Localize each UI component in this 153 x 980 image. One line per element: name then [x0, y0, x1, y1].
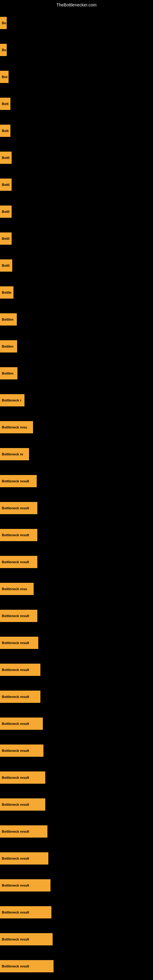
label-box: Bottle [0, 286, 13, 299]
list-item: Bot [0, 64, 153, 90]
label-box: Bottleneck result [0, 529, 37, 541]
list-item: Bottleneck result [0, 630, 153, 656]
label-box: Bottl [0, 232, 12, 245]
label-box: Bottleneck re [0, 448, 29, 460]
label-box: Bottleneck result [0, 825, 48, 838]
label-box: Bottleneck result [0, 637, 38, 649]
list-item: Bottleneck result [0, 899, 153, 926]
label-box: Bottlen [0, 367, 18, 379]
list-item: Bo [0, 37, 153, 63]
list-item: Bottleneck result [0, 872, 153, 899]
label-box: Bott [0, 125, 10, 137]
label-box: Bottleneck result [0, 799, 45, 811]
list-item: Bo [0, 10, 153, 36]
label-box: Bottlen [0, 313, 17, 326]
label-box: Bottleneck resu [0, 421, 33, 433]
list-item: Bottleneck result [0, 845, 153, 872]
list-item: Bottleneck re [0, 441, 153, 467]
site-title: TheBottlenecker.com [0, 0, 153, 10]
list-item: Bottleneck r [0, 387, 153, 414]
label-box: Bottleneck result [0, 852, 48, 865]
list-item: Bottleneck result [0, 818, 153, 845]
list-item: Bottleneck result [0, 468, 153, 494]
list-item: Bottleneck result [0, 711, 153, 737]
label-box: Bottlen [0, 340, 17, 353]
list-item: Bottleneck result [0, 495, 153, 521]
list-item: Bott [0, 118, 153, 144]
list-item: Bottleneck result [0, 522, 153, 548]
list-item: Bottl [0, 225, 153, 252]
label-box: Bottleneck result [0, 610, 37, 622]
list-item: Bottleneck result [0, 953, 153, 979]
list-item: Bottleneck result [0, 737, 153, 764]
label-box: Bottleneck resu [0, 583, 33, 595]
label-box: Bottleneck result [0, 745, 43, 757]
list-item: Bott [0, 91, 153, 117]
list-item: Bottlen [0, 360, 153, 387]
list-item: Bottleneck result [0, 603, 153, 629]
list-item: Bottle [0, 279, 153, 305]
label-box: Bottleneck result [0, 663, 40, 676]
list-item: Bottleneck result [0, 684, 153, 710]
list-item: Bottleneck result [0, 549, 153, 575]
label-box: Bottl [0, 151, 12, 164]
label-box: Bo [0, 44, 7, 56]
list-item: Bottleneck resu [0, 576, 153, 602]
label-box: Bottl [0, 205, 12, 218]
label-box: Bottleneck result [0, 960, 54, 972]
label-box: Bottleneck r [0, 394, 24, 406]
label-box: Bottl [0, 178, 12, 191]
list-item: Bottleneck result [0, 926, 153, 953]
list-item: Bottl [0, 199, 153, 225]
list-item: Bottl [0, 172, 153, 198]
label-box: Bottleneck result [0, 772, 45, 784]
list-item: Bottleneck resu [0, 414, 153, 441]
label-box: Bottleneck result [0, 690, 40, 703]
list-item: Bottleneck result [0, 657, 153, 683]
label-box: Bottleneck result [0, 879, 51, 891]
label-box: Bottleneck result [0, 556, 37, 568]
label-box: Bottleneck result [0, 933, 53, 945]
label-box: Bo [0, 17, 7, 29]
list-item: Bottlen [0, 333, 153, 360]
label-box: Bott [0, 98, 10, 110]
items-container: BoBoBotBottBottBottlBottlBottlBottlBottl… [0, 10, 153, 980]
list-item: Bottl [0, 252, 153, 279]
list-item: Bottleneck result [0, 764, 153, 791]
label-box: Bot [0, 71, 9, 83]
label-box: Bottleneck result [0, 475, 37, 487]
list-item: Bottlen [0, 306, 153, 332]
label-box: Bottl [0, 259, 12, 272]
label-box: Bottleneck result [0, 502, 37, 514]
list-item: Bottl [0, 145, 153, 171]
label-box: Bottleneck result [0, 906, 51, 918]
label-box: Bottleneck result [0, 718, 43, 730]
list-item: Bottleneck result [0, 791, 153, 818]
